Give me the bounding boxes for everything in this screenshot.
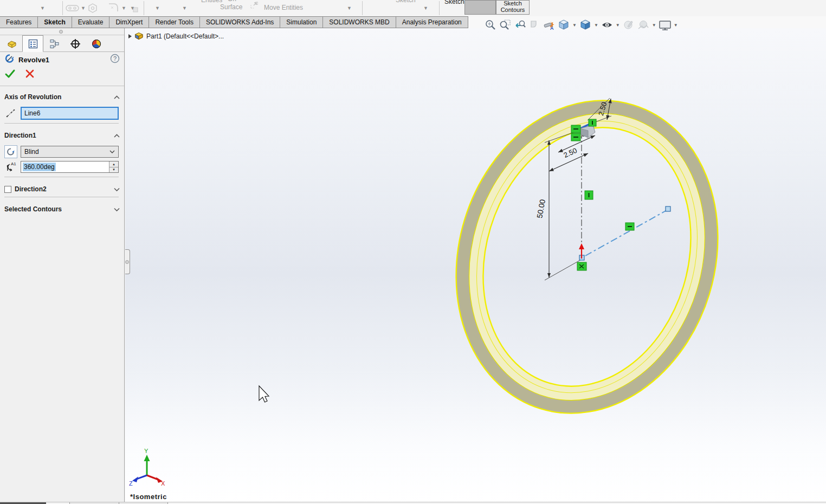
dimension-profile-offset[interactable]: 2.50 [549,146,588,171]
sketch-contours-button[interactable]: Sketch Contours [496,0,530,15]
spinner-down-icon[interactable]: ▼ [109,167,118,173]
displaymanager-tab[interactable] [86,35,107,52]
cancel-button[interactable] [25,69,35,81]
polygon-tool-icon[interactable] [87,3,98,16]
profile-edges[interactable] [572,123,594,137]
zoom-to-fit-icon[interactable] [484,18,497,31]
view-settings-icon[interactable] [659,18,672,31]
zoom-to-area-icon[interactable] [499,18,512,31]
sketch-contours-label-2: Contours [496,7,529,13]
featuremanager-tree-tab[interactable] [1,35,22,52]
sketch-origin-icon [579,243,584,259]
sketch-button-label[interactable]: Sketch [444,0,464,5]
revolve-preview-ring[interactable] [418,68,756,446]
previous-view-icon[interactable] [513,18,526,31]
manager-tab-strip [0,35,124,52]
direction2-checkbox[interactable] [4,186,11,193]
axis-of-revolution-label: Axis of Revolution [4,93,114,101]
selected-contours-label: Selected Contours [4,205,114,213]
dropdown-arrow-icon[interactable]: ▼ [572,23,577,28]
tree-root-label[interactable]: Part1 (Default<<Default>... [146,33,224,40]
view-orientation-icon[interactable] [557,18,570,31]
on-label: On [228,0,236,3]
ok-button[interactable] [4,68,16,81]
tab-sketch[interactable]: Sketch [37,16,72,28]
tab-dimxpert[interactable]: DimXpert [109,16,149,28]
collapse-chevron-icon [114,95,120,99]
direction2-header[interactable]: Direction2 [0,183,124,196]
dropdown-arrow-icon[interactable]: ▼ [121,5,126,11]
fillet-tool-icon[interactable] [107,2,120,16]
move-entities-icon[interactable] [249,1,258,12]
axis-selection-field[interactable]: Line6 [21,107,119,120]
end-condition-value: Blind [24,148,109,156]
slot-tool-icon[interactable] [66,4,80,14]
revolve-drag-handle[interactable] [580,125,595,138]
dropdown-arrow-icon[interactable]: ▼ [182,5,187,11]
dimension-radius[interactable]: 50.00 [535,140,549,277]
dropdown-arrow-icon[interactable]: ▼ [652,23,656,28]
configurationmanager-tab[interactable] [43,35,64,52]
direction2-label: Direction2 [15,185,114,193]
tab-evaluate[interactable]: Evaluate [72,16,110,28]
tab-simulation[interactable]: Simulation [280,16,323,28]
construction-line[interactable] [585,210,667,256]
spinner-up-icon[interactable]: ▲ [109,161,118,167]
display-style-icon[interactable] [579,18,592,31]
sketch-button-pressed[interactable] [464,0,496,15]
section-view-icon[interactable] [528,18,541,31]
angle-input[interactable]: 360.00deg ▲ ▼ [21,161,119,173]
tab-features[interactable]: Features [0,16,38,28]
selected-contours-header[interactable]: Selected Contours [0,203,124,216]
panel-collapse-handle[interactable] [125,249,130,274]
selected-sketch-line[interactable] [572,123,592,132]
tab-solidworks-add-ins[interactable]: SOLIDWORKS Add-Ins [199,16,280,28]
direction1-header[interactable]: Direction1 [0,129,124,142]
model-graphics: 50.00 2.50 2.50 2.50 [125,28,826,502]
propertymanager-panel: Revolve1 ? Axis of Revolution [0,28,125,502]
feature-name: Revolve1 [18,56,107,64]
hide-show-items-icon[interactable] [601,18,614,31]
ribbon-toolbar: ▼ ▼ ▼ ▼ ▼ ▼ Entities On Surface Move Ent… [0,0,826,16]
collapse-chevron-icon [114,134,120,138]
graphics-area[interactable]: Part1 (Default<<Default>... [125,28,826,502]
axis-of-revolution-header[interactable]: Axis of Revolution [0,91,124,104]
annotation-visibility-icon[interactable]: A [543,18,556,31]
reference-triad: Y X Z [129,448,165,487]
edit-appearance-icon[interactable] [622,18,635,31]
apply-scene-icon[interactable] [637,18,650,31]
dropdown-arrow-icon[interactable]: ▼ [616,23,620,28]
tree-expand-icon[interactable] [128,34,132,38]
part-icon [7,38,17,49]
dropdown-arrow-icon[interactable]: ▼ [594,23,598,28]
entities-label: Entities [201,0,222,4]
dropdown-arrow-icon[interactable]: ▼ [674,23,678,28]
axis-selection-icon [4,107,17,120]
tab-solidworks-mbd[interactable]: SOLIDWORKS MBD [322,16,396,28]
propertymanager-tab[interactable] [22,35,43,52]
chevron-down-icon [109,150,115,153]
rectangle-tool-icon[interactable] [133,5,138,15]
mouse-cursor [259,386,269,402]
flyout-feature-tree[interactable]: Part1 (Default<<Default>... [128,32,224,41]
tab-render-tools[interactable]: Render Tools [149,16,200,28]
dropdown-arrow-icon[interactable]: ▼ [40,5,45,11]
dimxpertmanager-tab[interactable] [64,35,86,52]
reverse-direction-icon[interactable] [4,145,17,158]
triad-x-label: X [161,480,165,487]
end-condition-dropdown[interactable]: Blind [21,146,119,158]
dropdown-arrow-icon[interactable]: ▼ [81,5,86,11]
dropdown-arrow-icon[interactable]: ▼ [347,5,352,11]
dropdown-arrow-icon[interactable]: ▼ [155,5,160,11]
angle-spinner[interactable]: ▲ ▼ [109,161,118,172]
panel-resize-grip[interactable] [0,28,124,35]
dim-offset-text: 2.50 [562,146,578,159]
origin-point[interactable] [579,255,584,260]
dropdown-arrow-icon[interactable]: ▼ [423,5,428,11]
help-icon[interactable]: ? [110,54,120,66]
dimension-profile-width[interactable]: 2.50 [558,128,595,152]
tab-analysis-preparation[interactable]: Analysis Preparation [396,16,468,28]
sketch-point[interactable] [666,206,670,211]
constraint-badges[interactable] [571,119,634,270]
dimension-profile-height[interactable]: 2.50 [597,99,611,120]
